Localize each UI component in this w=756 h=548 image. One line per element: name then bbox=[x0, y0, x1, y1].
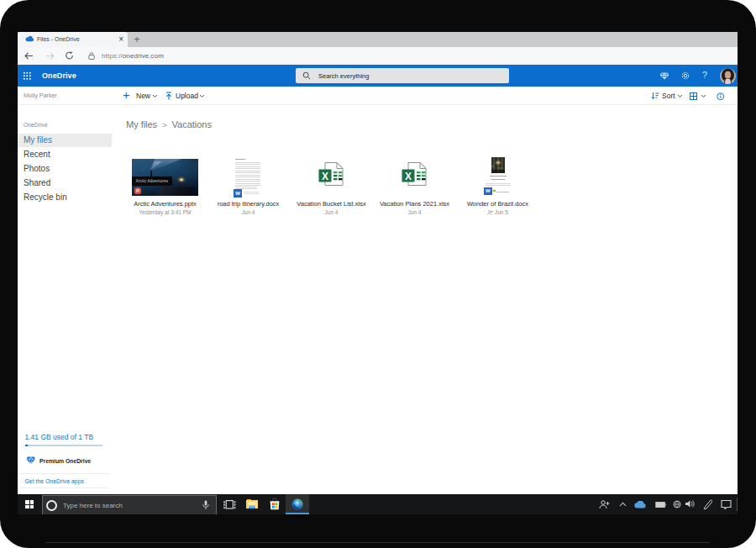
svg-text:X: X bbox=[405, 171, 412, 182]
svg-text:X: X bbox=[322, 171, 328, 182]
